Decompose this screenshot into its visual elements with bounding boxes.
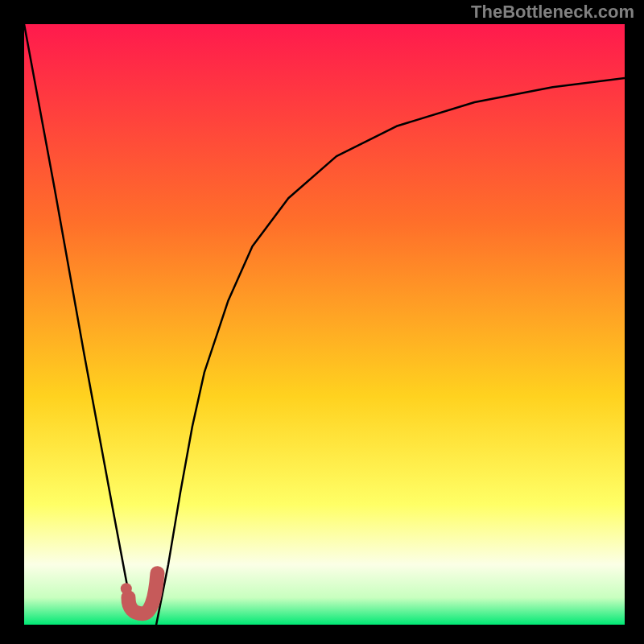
chart-root: TheBottleneck.com — [0, 0, 644, 644]
plot-svg — [24, 24, 625, 625]
gradient-bg — [24, 24, 625, 625]
j-marker-dot — [121, 583, 132, 594]
watermark-label: TheBottleneck.com — [471, 2, 634, 23]
plot-area — [24, 24, 625, 625]
